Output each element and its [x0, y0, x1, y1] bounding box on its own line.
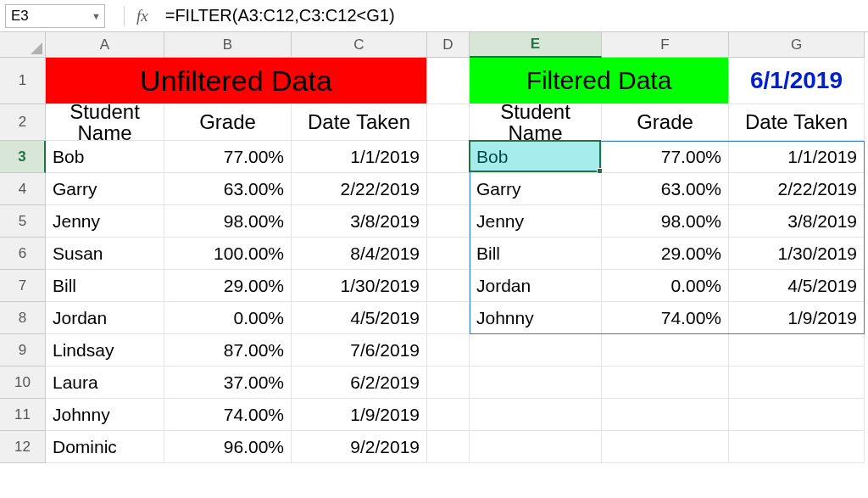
row-header-1[interactable]: 1: [0, 58, 46, 104]
fil-name-5[interactable]: Johnny: [470, 302, 602, 334]
unf-date-8[interactable]: 1/9/2019: [292, 399, 427, 431]
column-header-A[interactable]: A: [46, 32, 164, 58]
row-header-8[interactable]: 8: [0, 302, 46, 334]
unf-grade-1[interactable]: 63.00%: [164, 173, 292, 205]
unf-date-3[interactable]: 8/4/2019: [292, 238, 427, 270]
unf-header-grade[interactable]: Grade: [164, 104, 292, 141]
unf-grade-5[interactable]: 0.00%: [164, 302, 292, 334]
unf-name-3[interactable]: Susan: [46, 238, 164, 270]
row-header-11[interactable]: 11: [0, 399, 46, 431]
cell-D4[interactable]: [427, 173, 470, 205]
unf-date-2[interactable]: 3/8/2019: [292, 205, 427, 238]
fil-date-3[interactable]: 1/30/2019: [729, 238, 865, 270]
fil-name-7[interactable]: [470, 367, 602, 399]
unf-date-4[interactable]: 1/30/2019: [292, 270, 427, 302]
fil-date-6[interactable]: [729, 334, 865, 367]
title-filtered[interactable]: Filtered Data: [470, 58, 729, 104]
fil-grade-7[interactable]: [602, 367, 729, 399]
unf-grade-4[interactable]: 29.00%: [164, 270, 292, 302]
row-header-7[interactable]: 7: [0, 270, 46, 302]
cell-D12[interactable]: [427, 431, 470, 463]
column-header-C[interactable]: C: [292, 32, 427, 58]
cell-D10[interactable]: [427, 367, 470, 399]
fil-date-1[interactable]: 2/22/2019: [729, 173, 865, 205]
cell-D3[interactable]: [427, 141, 470, 173]
unf-name-0[interactable]: Bob: [46, 141, 164, 173]
fil-name-9[interactable]: [470, 431, 602, 463]
fil-grade-6[interactable]: [602, 334, 729, 367]
fil-name-6[interactable]: [470, 334, 602, 367]
unf-name-7[interactable]: Laura: [46, 367, 164, 399]
unf-header-date[interactable]: Date Taken: [292, 104, 427, 141]
column-header-F[interactable]: F: [602, 32, 729, 58]
unf-grade-2[interactable]: 98.00%: [164, 205, 292, 238]
fil-grade-5[interactable]: 74.00%: [602, 302, 729, 334]
row-header-4[interactable]: 4: [0, 173, 46, 205]
fil-header-grade[interactable]: Grade: [602, 104, 729, 141]
unf-grade-7[interactable]: 37.00%: [164, 367, 292, 399]
fil-header-name[interactable]: Student Name: [470, 104, 602, 141]
chevron-down-icon[interactable]: ▼: [92, 11, 101, 21]
fil-date-4[interactable]: 4/5/2019: [729, 270, 865, 302]
column-header-D[interactable]: D: [427, 32, 470, 58]
unf-date-5[interactable]: 4/5/2019: [292, 302, 427, 334]
row-header-9[interactable]: 9: [0, 334, 46, 367]
fil-grade-1[interactable]: 63.00%: [602, 173, 729, 205]
fil-name-0[interactable]: Bob: [470, 141, 602, 173]
unf-name-1[interactable]: Garry: [46, 173, 164, 205]
cell-D5[interactable]: [427, 205, 470, 238]
fil-date-8[interactable]: [729, 399, 865, 431]
unf-header-name[interactable]: Student Name: [46, 104, 164, 141]
fil-date-5[interactable]: 1/9/2019: [729, 302, 865, 334]
cell-D11[interactable]: [427, 399, 470, 431]
cell-D8[interactable]: [427, 302, 470, 334]
unf-date-9[interactable]: 9/2/2019: [292, 431, 427, 463]
fil-name-1[interactable]: Garry: [470, 173, 602, 205]
fx-button[interactable]: fx: [136, 7, 148, 25]
cell-D7[interactable]: [427, 270, 470, 302]
cell-D1[interactable]: [427, 58, 470, 104]
fil-grade-9[interactable]: [602, 431, 729, 463]
unf-name-8[interactable]: Johnny: [46, 399, 164, 431]
column-header-B[interactable]: B: [164, 32, 292, 58]
fil-date-9[interactable]: [729, 431, 865, 463]
unf-grade-0[interactable]: 77.00%: [164, 141, 292, 173]
filter-date[interactable]: 6/1/2019: [729, 58, 865, 104]
row-header-10[interactable]: 10: [0, 367, 46, 399]
column-header-E[interactable]: E: [470, 32, 602, 58]
fil-date-0[interactable]: 1/1/2019: [729, 141, 865, 173]
cell-D6[interactable]: [427, 238, 470, 270]
row-header-12[interactable]: 12: [0, 431, 46, 463]
cell-D2[interactable]: [427, 104, 470, 141]
fil-grade-8[interactable]: [602, 399, 729, 431]
fil-grade-0[interactable]: 77.00%: [602, 141, 729, 173]
spreadsheet-grid[interactable]: ABCDEFG1Unfiltered DataFiltered Data6/1/…: [0, 32, 868, 463]
row-header-5[interactable]: 5: [0, 205, 46, 238]
unf-grade-6[interactable]: 87.00%: [164, 334, 292, 367]
cell-D9[interactable]: [427, 334, 470, 367]
unf-date-7[interactable]: 6/2/2019: [292, 367, 427, 399]
fil-name-8[interactable]: [470, 399, 602, 431]
fil-name-2[interactable]: Jenny: [470, 205, 602, 238]
column-header-G[interactable]: G: [729, 32, 865, 58]
unf-name-6[interactable]: Lindsay: [46, 334, 164, 367]
unf-grade-8[interactable]: 74.00%: [164, 399, 292, 431]
fil-grade-2[interactable]: 98.00%: [602, 205, 729, 238]
formula-input[interactable]: [162, 4, 868, 27]
unf-name-9[interactable]: Dominic: [46, 431, 164, 463]
fil-grade-3[interactable]: 29.00%: [602, 238, 729, 270]
row-header-3[interactable]: 3: [0, 141, 46, 173]
unf-date-6[interactable]: 7/6/2019: [292, 334, 427, 367]
fil-grade-4[interactable]: 0.00%: [602, 270, 729, 302]
name-box[interactable]: E3 ▼: [5, 4, 105, 28]
unf-name-4[interactable]: Bill: [46, 270, 164, 302]
unf-grade-9[interactable]: 96.00%: [164, 431, 292, 463]
fil-name-4[interactable]: Jordan: [470, 270, 602, 302]
unf-date-1[interactable]: 2/22/2019: [292, 173, 427, 205]
unf-name-5[interactable]: Jordan: [46, 302, 164, 334]
fil-date-7[interactable]: [729, 367, 865, 399]
fil-date-2[interactable]: 3/8/2019: [729, 205, 865, 238]
row-header-2[interactable]: 2: [0, 104, 46, 141]
unf-grade-3[interactable]: 100.00%: [164, 238, 292, 270]
fil-name-3[interactable]: Bill: [470, 238, 602, 270]
